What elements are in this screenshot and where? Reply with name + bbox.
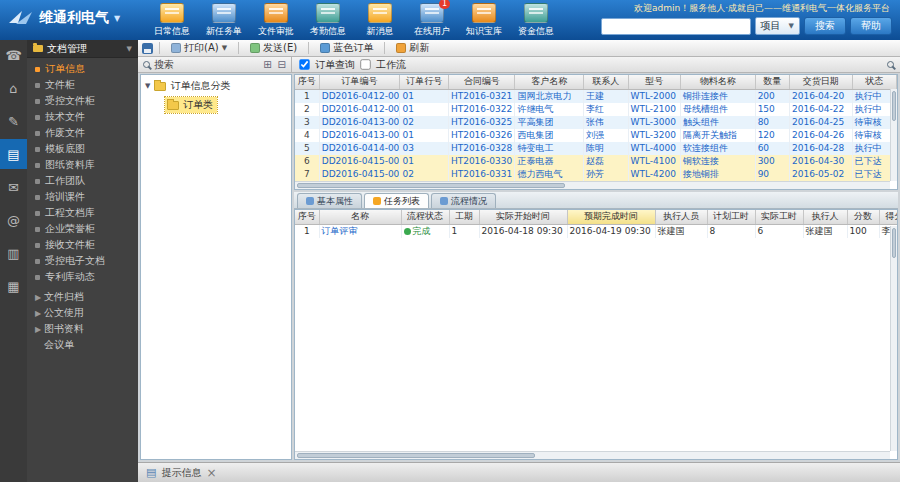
orders-col-2[interactable]: 订单编号	[319, 75, 400, 89]
scrollbar-thumb[interactable]	[297, 183, 565, 188]
task-row-1[interactable]: 1订单评审完成12016-04-18 09:302016-04-19 09:30…	[295, 224, 898, 238]
tasks-col-10[interactable]: 执行人	[803, 210, 847, 224]
save-icon[interactable]	[142, 43, 153, 54]
order-row-3[interactable]: 3DD2016-0413-00102HT2016-0325平高集团张伟WTL-3…	[295, 116, 897, 129]
tasks-col-9[interactable]: 实际工时	[755, 210, 803, 224]
search-scope-select[interactable]: 项目 ▼	[755, 17, 800, 35]
sidebar-item-8[interactable]: 工作团队	[27, 173, 138, 189]
sidebar: 文档管理 ▼ 订单信息文件柜受控文件柜技术文件作废文件模板底图图纸资料库工作团队…	[27, 40, 138, 482]
sidebar-group-1[interactable]: ▶文件归档	[27, 289, 138, 305]
rail-book-icon[interactable]: ▥	[0, 238, 27, 268]
order-row-1[interactable]: 1DD2016-0412-00101HT2016-0321国网北京电力王建WTL…	[295, 89, 897, 103]
global-search-input[interactable]	[601, 18, 751, 35]
sidebar-item-3[interactable]: 受控文件柜	[27, 93, 138, 109]
task-cell: 张建国	[803, 224, 847, 238]
sidebar-item-6[interactable]: 模板底图	[27, 141, 138, 157]
sidebar-group-2[interactable]: ▶公文使用	[27, 305, 138, 321]
workflow-checkbox[interactable]	[360, 59, 370, 69]
tree-node-order-type[interactable]: 订单类	[165, 97, 217, 113]
order-row-6[interactable]: 6DD2016-0415-00101HT2016-0330正泰电器赵磊WTL-4…	[295, 155, 897, 168]
sidebar-item-7[interactable]: 图纸资料库	[27, 157, 138, 173]
tasks-col-1[interactable]: 序号	[295, 210, 319, 224]
orders-col-1[interactable]: 序号	[295, 75, 319, 89]
sidebar-group-3[interactable]: ▶图书资料	[27, 321, 138, 337]
tab-label: 基本属性	[317, 195, 353, 208]
order-query-label[interactable]: 订单查询	[315, 58, 355, 72]
sidebar-item-9[interactable]: 培训课件	[27, 189, 138, 205]
scrollbar-thumb[interactable]	[892, 91, 896, 121]
toolbar-button-4[interactable]: 刷新	[391, 40, 434, 56]
nav-item-7[interactable]: 知识宝库	[458, 3, 510, 38]
order-row-5[interactable]: 5DD2016-0414-00103HT2016-0328特变电工陈明WTL-4…	[295, 142, 897, 155]
statusbar-close-icon[interactable]: ×	[206, 466, 216, 480]
nav-item-4[interactable]: 考勤信息	[302, 3, 354, 38]
rail-mail-at-icon[interactable]: @	[0, 205, 27, 235]
order-cell: 赵磊	[584, 155, 628, 168]
orders-col-9[interactable]: 数量	[755, 75, 789, 89]
tasks-col-4[interactable]: 工期	[449, 210, 479, 224]
tree-node-root[interactable]: ▼ 订单信息分类	[141, 75, 291, 95]
tab-1[interactable]: 基本属性	[297, 193, 362, 208]
tasks-col-6[interactable]: 预期完成时间	[567, 210, 655, 224]
nav-item-5[interactable]: 新消息	[354, 3, 406, 38]
sidebar-item-11[interactable]: 企业荣誉柜	[27, 221, 138, 237]
order-row-7[interactable]: 7DD2016-0415-00202HT2016-0331德力西电气孙芳WTL-…	[295, 168, 897, 181]
nav-item-8[interactable]: 资金信息	[510, 3, 562, 38]
sidebar-item-5[interactable]: 作废文件	[27, 125, 138, 141]
orders-col-8[interactable]: 物料名称	[680, 75, 755, 89]
rail-message-icon[interactable]: ✉	[0, 172, 27, 202]
rail-phone-icon[interactable]: ☎	[0, 40, 27, 70]
order-query-checkbox[interactable]	[299, 59, 309, 69]
workflow-label[interactable]: 工作流	[376, 58, 406, 72]
rail-database-icon[interactable]: ▤	[0, 139, 27, 169]
rail-monitor-icon[interactable]: ▦	[0, 271, 27, 301]
nav-item-6[interactable]: 1在线用户	[406, 3, 458, 38]
expand-all-icon[interactable]: ⊞	[263, 59, 271, 70]
tasks-col-7[interactable]: 执行人员	[655, 210, 707, 224]
toolbar-button-2[interactable]: 发送(E)	[245, 40, 302, 56]
tab-2[interactable]: 任务列表	[364, 193, 429, 208]
orders-col-4[interactable]: 合同编号	[448, 75, 515, 89]
sidebar-item-4[interactable]: 技术文件	[27, 109, 138, 125]
help-button[interactable]: 帮助	[850, 17, 892, 35]
sidebar-item-14[interactable]: 专利库动态	[27, 269, 138, 285]
logo[interactable]: 维通利电气 ▼	[8, 9, 120, 27]
tasks-col-2[interactable]: 名称	[319, 210, 401, 224]
nav-item-2[interactable]: 新任务单	[198, 3, 250, 38]
orders-col-10[interactable]: 交货日期	[789, 75, 852, 89]
order-row-2[interactable]: 2DD2016-0412-00201HT2016-0322许继电气李红WTL-2…	[295, 103, 897, 116]
toolbar-button-1[interactable]: 打印(A)▼	[166, 40, 232, 56]
table-search-icon[interactable]	[887, 61, 894, 68]
search-button[interactable]: 搜索	[804, 17, 846, 35]
sidebar-item-12[interactable]: 接收文件柜	[27, 237, 138, 253]
tasks-col-5[interactable]: 实际开始时间	[479, 210, 567, 224]
tasks-col-12[interactable]: 得分人	[879, 210, 898, 224]
logo-text: 维通利电气	[39, 9, 109, 27]
collapse-all-icon[interactable]: ⊟	[278, 59, 286, 70]
orders-col-7[interactable]: 型号	[628, 75, 680, 89]
scrollbar-thumb[interactable]	[297, 453, 535, 458]
sidebar-item-13[interactable]: 受控电子文档	[27, 253, 138, 269]
sidebar-item-2[interactable]: 文件柜	[27, 77, 138, 93]
rail-edit-icon[interactable]: ✎	[0, 106, 27, 136]
orders-col-3[interactable]: 订单行号	[400, 75, 448, 89]
order-cell: 01	[400, 103, 448, 116]
orders-col-6[interactable]: 联系人	[584, 75, 628, 89]
tasks-col-11[interactable]: 分数	[847, 210, 879, 224]
sidebar-item-1[interactable]: 订单信息	[27, 61, 138, 77]
scrollbar-thumb[interactable]	[892, 228, 896, 258]
order-row-4[interactable]: 4DD2016-0413-00201HT2016-0326西电集团刘强WTL-3…	[295, 129, 897, 142]
sidebar-section-document-mgmt[interactable]: 文档管理 ▼	[27, 40, 138, 58]
tab-3[interactable]: 流程情况	[431, 193, 496, 208]
sidebar-group-4[interactable]: 会议单	[27, 337, 138, 353]
orders-col-5[interactable]: 客户名称	[515, 75, 584, 89]
tasks-col-8[interactable]: 计划工时	[707, 210, 755, 224]
orders-col-11[interactable]: 状态	[852, 75, 896, 89]
order-cell: 正泰电器	[515, 155, 584, 168]
nav-item-3[interactable]: 文件审批	[250, 3, 302, 38]
rail-home-icon[interactable]: ⌂	[0, 73, 27, 103]
tasks-col-3[interactable]: 流程状态	[401, 210, 449, 224]
sidebar-item-10[interactable]: 工程文档库	[27, 205, 138, 221]
toolbar-button-3[interactable]: 蓝色订单	[315, 40, 378, 56]
nav-item-1[interactable]: 日常信息	[146, 3, 198, 38]
